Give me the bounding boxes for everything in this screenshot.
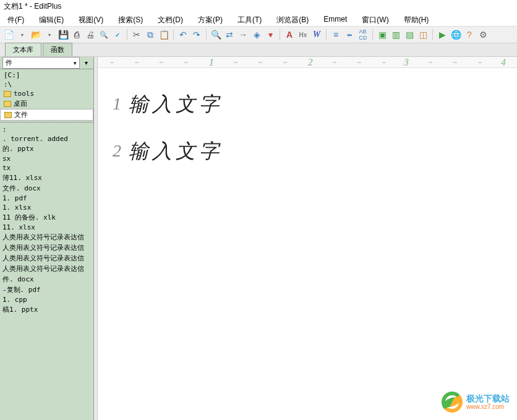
- text-line[interactable]: 输入文字: [129, 127, 517, 174]
- dir-item[interactable]: [C:]: [0, 71, 93, 80]
- file-item[interactable]: 簿11. xlsx: [0, 173, 93, 183]
- text-line[interactable]: 输入文字: [129, 80, 517, 127]
- separator: [127, 29, 127, 40]
- watermark-url: www.xz7.com: [466, 403, 510, 410]
- line-number: 1: [98, 80, 121, 127]
- toolbar: 📄 ▾ 📂 ▾ 💾 ⎙ 🖨 🔍 ✓ ✂ ⧉ 📋 ↶ ↷ 🔍 ⇄ → ◈ ▾ A …: [0, 26, 517, 43]
- window1-button[interactable]: ▣: [376, 28, 388, 41]
- file-item[interactable]: 的. pptx: [0, 144, 93, 154]
- separator: [432, 29, 433, 40]
- new-dropdown[interactable]: ▾: [16, 28, 28, 41]
- config-button[interactable]: ⚙: [477, 28, 489, 41]
- goto-button[interactable]: →: [237, 28, 249, 41]
- file-item[interactable]: 稿1. pptx: [0, 304, 93, 315]
- menu-tools[interactable]: 工具(T): [230, 14, 269, 25]
- separator: [280, 29, 280, 40]
- menu-file[interactable]: 件(F): [0, 14, 32, 25]
- marker-button[interactable]: ▾: [264, 28, 276, 41]
- sort-button[interactable]: ABCD: [357, 28, 369, 41]
- sidebar-tabstrip: 文本库 函数: [0, 43, 517, 57]
- ruler: 1 2 3 4: [98, 57, 517, 68]
- hex-button[interactable]: Hx: [297, 28, 309, 41]
- watermark-logo-icon: [442, 392, 463, 413]
- open-button[interactable]: 📂: [30, 28, 42, 41]
- menu-window[interactable]: 窗口(W): [354, 14, 396, 25]
- dir-item-selected[interactable]: 文件: [0, 109, 93, 121]
- file-item[interactable]: 件. docx: [0, 274, 93, 285]
- menu-search[interactable]: 搜索(S): [111, 14, 150, 25]
- cut-button[interactable]: ✂: [130, 28, 143, 41]
- editor-content[interactable]: 输入文字 输入文字: [129, 80, 517, 420]
- copy-button[interactable]: ⧉: [144, 28, 156, 41]
- menu-help[interactable]: 帮助(H): [396, 14, 437, 25]
- watermark: 极光下载站 www.xz7.com: [442, 392, 510, 413]
- ruler-mark: 4: [501, 57, 506, 68]
- sidebar-menu-button[interactable]: ▾: [81, 58, 91, 68]
- file-item[interactable]: 1. cpp: [0, 295, 93, 304]
- print-preview-button[interactable]: 🔍: [98, 28, 110, 41]
- open-dropdown[interactable]: ▾: [43, 28, 56, 41]
- folder-icon: [4, 91, 11, 97]
- find-button[interactable]: 🔍: [210, 28, 222, 41]
- file-item[interactable]: 11 的备份. xlk: [0, 212, 93, 223]
- sidebar: 件 ▾ ▾ [C:] :\ tools 桌面 文件 : . torrent. a…: [0, 57, 94, 420]
- file-item[interactable]: 文件. docx: [0, 183, 93, 194]
- redo-button[interactable]: ↷: [190, 28, 203, 41]
- line-number: 2: [98, 127, 121, 174]
- folder-icon: [4, 112, 12, 118]
- save-button[interactable]: 💾: [57, 28, 69, 41]
- outdent-button[interactable]: ⬅: [343, 28, 356, 41]
- file-item[interactable]: 人类用表义符号记录表达信: [0, 253, 93, 264]
- window3-button[interactable]: ▤: [403, 28, 416, 41]
- menu-document[interactable]: 文档(D): [150, 14, 190, 25]
- split-button[interactable]: ◫: [417, 28, 429, 41]
- sidebar-header: 件 ▾ ▾: [0, 57, 93, 69]
- dir-item[interactable]: tools: [0, 89, 93, 98]
- replace-button[interactable]: ⇄: [223, 28, 236, 41]
- file-item[interactable]: 人类用表义符号记录表达信: [0, 242, 93, 253]
- file-item[interactable]: :: [0, 125, 93, 134]
- paste-button[interactable]: 📋: [158, 28, 170, 41]
- watermark-title: 极光下载站: [466, 394, 510, 403]
- window-title: 文档1 * - EditPlus: [4, 2, 61, 11]
- browser-button[interactable]: 🌐: [450, 28, 462, 41]
- file-item[interactable]: sx: [0, 154, 93, 163]
- menu-view[interactable]: 视图(V): [71, 14, 111, 25]
- menu-browser[interactable]: 浏览器(B): [269, 14, 316, 25]
- watermark-text: 极光下载站 www.xz7.com: [466, 394, 510, 410]
- file-item[interactable]: 11. xlsx: [0, 223, 93, 232]
- file-item[interactable]: tx: [0, 163, 93, 173]
- save-all-button[interactable]: ⎙: [70, 28, 83, 41]
- editor-body[interactable]: 1 2 输入文字 输入文字: [98, 68, 517, 420]
- bookmark-button[interactable]: ◈: [250, 28, 263, 41]
- menu-project[interactable]: 方案(P): [190, 14, 230, 25]
- menu-edit[interactable]: 编辑(E): [32, 14, 71, 25]
- editor: 1 2 3 4 1 2 输入文字 输入文字: [98, 57, 517, 420]
- window2-button[interactable]: ▥: [390, 28, 402, 41]
- drive-dropdown[interactable]: 件 ▾: [2, 57, 80, 69]
- tab-textlib[interactable]: 文本库: [5, 43, 41, 56]
- new-file-button[interactable]: 📄: [2, 28, 15, 41]
- run-button[interactable]: ▶: [436, 28, 448, 41]
- wordwrap-button[interactable]: W: [310, 28, 323, 41]
- file-item[interactable]: . torrent. added: [0, 134, 93, 144]
- dir-item[interactable]: 桌面: [0, 98, 93, 109]
- ruler-mark: 3: [404, 57, 409, 68]
- font-button[interactable]: A: [283, 28, 296, 41]
- separator: [372, 29, 373, 40]
- ruler-mark: 1: [209, 57, 214, 68]
- menu-emmet[interactable]: Emmet: [316, 14, 354, 25]
- help-button[interactable]: ?: [463, 28, 476, 41]
- file-item[interactable]: 人类用表义符号记录表达信: [0, 232, 93, 242]
- file-item[interactable]: 1. pdf: [0, 194, 93, 203]
- indent-button[interactable]: ≡: [330, 28, 342, 41]
- file-item[interactable]: -复制. pdf: [0, 285, 93, 295]
- tab-functions[interactable]: 函数: [43, 43, 72, 56]
- file-item[interactable]: 1. xlsx: [0, 203, 93, 212]
- print-button[interactable]: 🖨: [84, 28, 96, 41]
- spellcheck-button[interactable]: ✓: [111, 28, 124, 41]
- title-bar: 文档1 * - EditPlus: [0, 0, 517, 12]
- dir-item[interactable]: :\: [0, 80, 93, 89]
- file-item[interactable]: 人类用表义符号记录表达信: [0, 264, 93, 274]
- undo-button[interactable]: ↶: [177, 28, 189, 41]
